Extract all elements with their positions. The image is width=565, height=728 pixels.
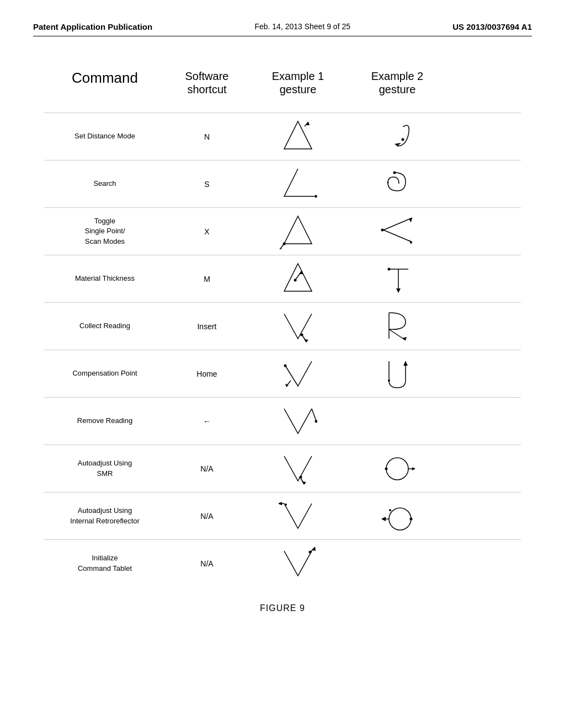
gesture2-cell — [348, 261, 447, 297]
gesture2-svg — [378, 356, 417, 392]
command-label: Material Thickness — [44, 274, 166, 283]
svg-point-38 — [315, 420, 318, 423]
shortcut-label: ← — [166, 417, 248, 426]
gesture2-cell — [348, 308, 447, 344]
svg-point-53 — [389, 509, 391, 511]
command-label: Autoadjust UsingInternal Retroreflector — [44, 506, 166, 526]
gesture2-svg — [378, 451, 417, 486]
gesture1-cell — [248, 498, 348, 534]
command-label: Set Distance Mode — [44, 131, 166, 141]
gesture1-svg — [279, 545, 317, 581]
header-left: Patent Application Publication — [33, 22, 152, 31]
page-header: Patent Application Publication Feb. 14, … — [33, 22, 532, 36]
svg-marker-6 — [315, 195, 317, 198]
gesture1-cell — [248, 166, 348, 202]
table-row: Compensation Point Home — [44, 350, 521, 397]
table-row: Search S — [44, 160, 521, 207]
command-label: Autoadjust UsingSMR — [44, 458, 166, 478]
svg-marker-18 — [284, 264, 312, 291]
shortcut-label: S — [166, 180, 248, 189]
gesture1-svg — [279, 213, 317, 249]
svg-marker-15 — [409, 218, 412, 222]
table-row: Collect Reading Insert — [44, 302, 521, 350]
gesture1-cell — [248, 545, 348, 581]
svg-point-39 — [300, 476, 302, 479]
gesture2-cell — [348, 119, 447, 154]
table-body: Set Distance Mode N — [44, 113, 521, 587]
svg-point-50 — [410, 518, 413, 521]
gesture2-svg — [378, 261, 417, 297]
svg-point-7 — [393, 172, 396, 174]
svg-point-8 — [387, 182, 389, 184]
gesture1-cell — [248, 356, 348, 392]
col-header-example2: Example 2gesture — [348, 69, 447, 96]
gesture1-svg — [279, 356, 317, 392]
command-label: ToggleSingle Point/Scan Modes — [44, 216, 166, 247]
svg-point-4 — [402, 138, 404, 141]
svg-line-14 — [383, 218, 412, 230]
gesture1-cell — [248, 119, 348, 154]
col-header-example1: Example 1gesture — [248, 69, 348, 96]
table-row: ToggleSingle Point/Scan Modes X — [44, 207, 521, 255]
gesture1-svg — [279, 119, 317, 154]
command-label: Search — [44, 179, 166, 189]
page: Patent Application Publication Feb. 14, … — [0, 0, 565, 728]
svg-line-37 — [312, 409, 316, 421]
shortcut-label: N/A — [166, 464, 248, 473]
svg-point-42 — [386, 458, 408, 480]
gesture2-cell — [348, 451, 447, 486]
svg-marker-41 — [302, 481, 306, 485]
gesture1-cell — [248, 308, 348, 344]
gesture1-svg — [279, 498, 317, 534]
svg-marker-0 — [284, 121, 312, 149]
shortcut-label: Insert — [166, 322, 248, 331]
svg-marker-48 — [279, 502, 282, 505]
table-row: Material Thickness M — [44, 255, 521, 302]
svg-marker-25 — [396, 288, 401, 293]
gesture2-svg — [378, 166, 417, 202]
gesture2-svg — [378, 213, 417, 249]
header-center: Feb. 14, 2013 Sheet 9 of 25 — [254, 22, 350, 31]
gesture1-svg — [279, 451, 317, 486]
gesture2-svg — [378, 498, 417, 534]
figure-caption: FIGURE 9 — [33, 603, 532, 613]
svg-marker-28 — [304, 339, 308, 342]
svg-line-20 — [295, 271, 302, 280]
command-label: Compensation Point — [44, 368, 166, 378]
table-row: Set Distance Mode N — [44, 113, 521, 160]
svg-marker-17 — [409, 240, 412, 244]
col-header-shortcut: Softwareshortcut — [166, 69, 248, 96]
gesture1-svg — [279, 403, 317, 439]
shortcut-label: X — [166, 227, 248, 236]
gesture1-svg — [279, 261, 317, 297]
svg-line-16 — [383, 230, 412, 242]
column-headers: Command Softwareshortcut Example 1gestur… — [44, 69, 521, 96]
svg-marker-52 — [381, 517, 386, 521]
col-header-command: Command — [44, 69, 166, 96]
gesture2-svg — [378, 119, 417, 154]
svg-point-43 — [385, 468, 388, 470]
shortcut-label: N/A — [166, 559, 248, 568]
table-row: Autoadjust UsingSMR N/A — [44, 445, 521, 492]
svg-point-35 — [388, 379, 390, 382]
gesture2-cell — [348, 356, 447, 392]
svg-point-13 — [381, 229, 384, 232]
shortcut-label: N — [166, 132, 248, 141]
svg-point-23 — [388, 268, 391, 271]
gesture1-cell — [248, 261, 348, 297]
command-label: Remove Reading — [44, 416, 166, 426]
svg-point-46 — [285, 504, 287, 506]
gesture1-svg — [279, 308, 317, 344]
command-label: InitializeCommand Tablet — [44, 553, 166, 573]
gesture1-cell — [248, 403, 348, 439]
table-row: Autoadjust UsingInternal Retroreflector … — [44, 492, 521, 539]
gesture2-cell — [348, 166, 447, 202]
gesture2-cell — [348, 498, 447, 534]
svg-marker-36 — [403, 361, 408, 366]
gesture1-cell — [248, 451, 348, 486]
header-right: US 2013/0037694 A1 — [452, 22, 532, 31]
gesture1-svg — [279, 166, 317, 202]
command-label: Collect Reading — [44, 321, 166, 331]
svg-marker-45 — [412, 467, 415, 470]
table-row: InitializeCommand Tablet N/A — [44, 539, 521, 587]
